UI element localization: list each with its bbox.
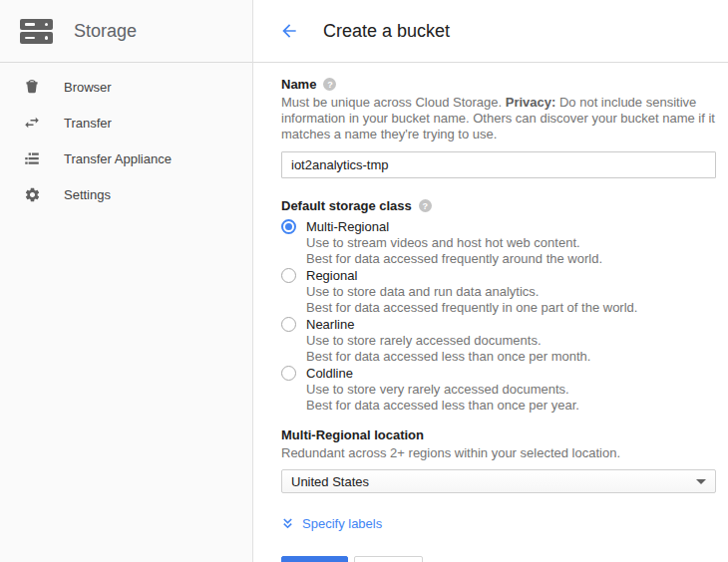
create-button[interactable]: Create xyxy=(281,556,348,562)
location-dropdown-value: United States xyxy=(291,474,696,489)
location-label: Multi-Regional location xyxy=(281,427,716,442)
storage-logo-icon xyxy=(20,19,53,44)
option-description: Best for data accessed less than once pe… xyxy=(306,398,579,414)
page-header: Create a bucket xyxy=(253,0,728,63)
name-label: Name xyxy=(281,77,316,92)
sidebar-item-label: Transfer Appliance xyxy=(64,151,172,166)
radio-regional[interactable] xyxy=(281,268,296,283)
option-description: Use to store data and run data analytics… xyxy=(306,284,637,300)
dropdown-arrow-icon xyxy=(696,479,706,484)
option-description: Use to stream videos and host hot web co… xyxy=(306,235,602,251)
back-arrow-icon[interactable] xyxy=(279,21,299,41)
option-label[interactable]: Coldline xyxy=(306,365,579,382)
radio-multi-regional[interactable] xyxy=(281,219,296,234)
sidebar: Storage Browser Transfer xyxy=(0,0,253,562)
sidebar-item-label: Browser xyxy=(64,80,112,95)
option-label[interactable]: Multi-Regional xyxy=(306,218,602,235)
create-bucket-form: Name ? Must be unique across Cloud Stora… xyxy=(281,77,716,562)
storage-class-options: Multi-Regional Use to stream videos and … xyxy=(281,218,716,413)
specify-labels-text: Specify labels xyxy=(302,516,382,531)
appliance-list-icon xyxy=(23,149,41,167)
double-chevron-down-icon xyxy=(281,517,294,530)
sidebar-item-label: Transfer xyxy=(64,116,112,131)
cancel-button[interactable]: Cancel xyxy=(354,556,422,562)
sidebar-item-label: Settings xyxy=(64,187,111,202)
swap-arrows-icon xyxy=(23,114,41,132)
option-description: Best for data accessed frequently in one… xyxy=(306,300,637,316)
sidebar-header: Storage xyxy=(0,0,252,63)
option-multi-regional[interactable]: Multi-Regional Use to stream videos and … xyxy=(281,218,716,266)
option-description: Use to store rarely accessed documents. xyxy=(306,333,590,349)
option-label[interactable]: Nearline xyxy=(306,316,590,333)
option-regional[interactable]: Regional Use to store data and run data … xyxy=(281,267,716,315)
option-nearline[interactable]: Nearline Use to store rarely accessed do… xyxy=(281,316,716,364)
sidebar-item-settings[interactable]: Settings xyxy=(0,176,252,212)
bucket-name-input[interactable] xyxy=(281,151,716,178)
option-description: Best for data accessed frequently around… xyxy=(306,251,602,267)
main-panel: Create a bucket Name ? Must be unique ac… xyxy=(253,0,728,562)
bucket-icon xyxy=(23,78,41,96)
app-window: Storage Browser Transfer xyxy=(0,0,728,562)
location-description: Redundant across 2+ regions within your … xyxy=(281,445,716,461)
privacy-label: Privacy: xyxy=(506,95,556,110)
gear-icon xyxy=(23,185,41,203)
sidebar-item-browser[interactable]: Browser xyxy=(0,69,252,105)
radio-coldline[interactable] xyxy=(281,366,296,381)
storage-class-label: Default storage class xyxy=(281,198,412,213)
sidebar-item-transfer-appliance[interactable]: Transfer Appliance xyxy=(0,140,252,176)
location-dropdown[interactable]: United States xyxy=(281,469,716,493)
option-label[interactable]: Regional xyxy=(306,267,637,284)
name-description: Must be unique across Cloud Storage. Pri… xyxy=(281,95,716,142)
page-title: Create a bucket xyxy=(323,21,450,42)
sidebar-item-transfer[interactable]: Transfer xyxy=(0,105,252,140)
option-description: Best for data accessed less than once pe… xyxy=(306,349,590,365)
option-description: Use to store very rarely accessed docume… xyxy=(306,382,579,398)
option-coldline[interactable]: Coldline Use to store very rarely access… xyxy=(281,365,716,413)
storage-class-help-icon[interactable]: ? xyxy=(419,199,432,212)
radio-nearline[interactable] xyxy=(281,317,296,332)
specify-labels-link[interactable]: Specify labels xyxy=(281,516,382,531)
name-help-icon[interactable]: ? xyxy=(323,78,336,91)
sidebar-title: Storage xyxy=(74,21,137,42)
sidebar-nav: Browser Transfer Transfer Appliance xyxy=(0,63,252,212)
